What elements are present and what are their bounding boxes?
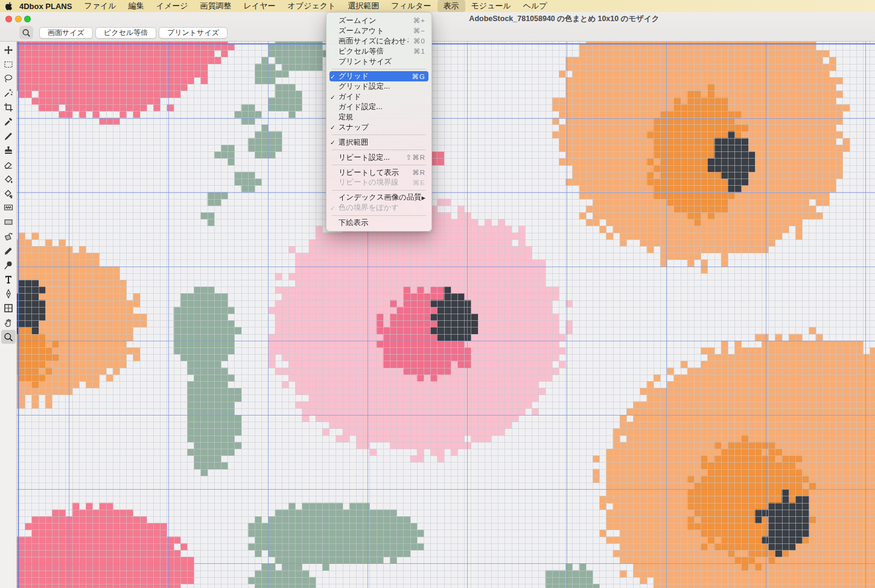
tool-marquee[interactable] (1, 57, 16, 71)
menubar-item-選択範囲[interactable]: 選択範囲 (342, 0, 385, 12)
tool-pen[interactable] (1, 287, 16, 301)
tool-transform[interactable] (1, 230, 16, 244)
menu-item-画面サイズに合わせる[interactable]: 画面サイズに合わせる⌘0 (329, 36, 428, 46)
toolbar-button-ピクセル等倍[interactable]: ピクセル等倍 (95, 27, 156, 39)
menubar-item-イメージ[interactable]: イメージ (150, 0, 194, 12)
sweep-icon (4, 246, 13, 256)
menubar-item-ファイル[interactable]: ファイル (78, 0, 122, 12)
crop-icon (4, 103, 13, 112)
checkmark-icon: ✓ (330, 139, 339, 146)
tool-wave[interactable] (1, 201, 16, 215)
pen-icon (4, 289, 13, 299)
eyedropper-icon (4, 117, 13, 127)
tool-magic-wand[interactable] (1, 86, 16, 100)
menu-item-ガイド設定[interactable]: ガイド設定... (329, 102, 428, 112)
menu-item-shortcut: ⌘R (407, 168, 425, 177)
menu-separator (332, 190, 426, 191)
tool-lasso[interactable] (1, 72, 16, 86)
tool-stamp[interactable] (1, 144, 16, 157)
traffic-lights (5, 16, 31, 22)
menu-separator (332, 69, 426, 69)
toolbar-button-画面サイズ[interactable]: 画面サイズ (39, 27, 93, 39)
menu-item-ズームイン[interactable]: ズームイン⌘+ (329, 16, 428, 26)
menu-item-label: スナップ (339, 122, 369, 133)
window-chrome: AdobeStock_781058940 の色まとめ 10x10 のモザイク 画… (0, 12, 875, 42)
menu-item-グリッド[interactable]: ✓グリッド⌘G (329, 71, 428, 81)
window-title: AdobeStock_781058940 の色まとめ 10x10 のモザイク (469, 14, 659, 24)
menu-item-ガイド[interactable]: ✓ガイド (329, 92, 428, 102)
menu-separator (332, 150, 426, 150)
menu-item-リピート設定[interactable]: リピート設定...⇧⌘R (329, 153, 428, 163)
pixel-art-canvas[interactable] (17, 41, 875, 588)
tool-hand[interactable] (1, 315, 16, 329)
tool-fill-bucket[interactable] (1, 172, 16, 186)
tool-sweep[interactable] (1, 244, 16, 258)
menu-item-shortcut: ⌘0 (409, 37, 425, 45)
lasso-icon (4, 74, 13, 83)
menu-item-インデックス画像の品質[interactable]: インデックス画像の品質▶ (329, 192, 428, 203)
menu-item-選択範囲[interactable]: ✓選択範囲 (329, 138, 428, 148)
menu-item-label: 色の境界をぼかす (339, 203, 399, 213)
tool-zoom[interactable] (1, 330, 16, 344)
menu-item-リピートして表示[interactable]: リピートして表示⌘R (329, 168, 428, 178)
menubar-item-表示[interactable]: 表示 (438, 0, 465, 12)
menu-item-色の境界をぼかす: ✓色の境界をぼかす (329, 203, 428, 213)
menubar-item-ヘルプ[interactable]: ヘルプ (517, 0, 553, 12)
menu-separator (332, 165, 426, 165)
mosaic-grid-icon (4, 303, 13, 313)
tool-move[interactable] (1, 43, 16, 57)
tool-crop[interactable] (1, 101, 16, 115)
menu-item-グリッド設定[interactable]: グリッド設定... (329, 81, 428, 92)
menu-item-ピクセル等倍[interactable]: ピクセル等倍⌘1 (329, 46, 428, 57)
menu-item-shortcut: ⌘+ (409, 16, 425, 25)
apple-menu[interactable] (0, 2, 18, 10)
menu-item-スナップ[interactable]: ✓スナップ (329, 122, 428, 133)
zoom-toggle-button[interactable] (19, 26, 33, 39)
tool-text[interactable] (1, 273, 16, 286)
sampler-pin-icon (4, 261, 13, 270)
tool-sampler-pin[interactable] (1, 258, 16, 272)
menu-item-label: リピートして表示 (339, 168, 399, 178)
menubar-item-画質調整[interactable]: 画質調整 (194, 0, 238, 12)
tool-eraser[interactable] (1, 158, 16, 172)
menu-item-label: 定規 (339, 112, 354, 122)
zoom-window-button[interactable] (24, 16, 31, 22)
menubar-item-レイヤー[interactable]: レイヤー (238, 0, 282, 12)
text-icon (4, 274, 13, 284)
checkmark-icon: ✓ (330, 73, 339, 80)
menubar-items: ファイル編集イメージ画質調整レイヤーオブジェクト選択範囲フィルター表示モジュール… (78, 0, 553, 12)
menu-item-label: インデックス画像の品質 (339, 192, 421, 203)
menubar-item-フィルター[interactable]: フィルター (385, 0, 437, 12)
menu-item-下絵表示[interactable]: 下絵表示 (329, 218, 428, 228)
menu-item-label: グリッド設定... (339, 81, 390, 92)
menu-item-label: グリッド (339, 71, 369, 81)
tool-pattern-bucket[interactable] (1, 186, 16, 200)
menu-item-定規[interactable]: 定規 (329, 112, 428, 122)
menubar-item-編集[interactable]: 編集 (122, 0, 150, 12)
close-button[interactable] (5, 16, 12, 22)
submenu-arrow-icon: ▶ (421, 195, 425, 201)
menu-item-label: 画面サイズに合わせる (339, 36, 409, 46)
toolbar-button-プリントサイズ[interactable]: プリントサイズ (159, 27, 228, 39)
tool-rectangle[interactable] (1, 215, 16, 229)
tool-palette (0, 41, 17, 588)
app-menu[interactable]: 4Dbox PLANS (18, 0, 78, 12)
menu-item-プリントサイズ[interactable]: プリントサイズ (329, 57, 428, 67)
pattern-bucket-icon (4, 189, 13, 198)
view-menu-dropdown: ズームイン⌘+ズームアウト⌘−画面サイズに合わせる⌘0ピクセル等倍⌘1プリントサ… (326, 12, 432, 232)
menu-item-shortcut: ⌘E (408, 179, 425, 187)
screen: 4Dbox PLANS ファイル編集イメージ画質調整レイヤーオブジェクト選択範囲… (0, 0, 875, 588)
menu-item-ズームアウト[interactable]: ズームアウト⌘− (329, 26, 428, 36)
tool-eyedropper[interactable] (1, 115, 16, 128)
menubar: 4Dbox PLANS ファイル編集イメージ画質調整レイヤーオブジェクト選択範囲… (0, 0, 875, 12)
tool-brush[interactable] (1, 129, 16, 143)
menu-item-label: ガイド (339, 92, 361, 102)
tool-mosaic-grid[interactable] (1, 301, 16, 315)
rectangle-icon (4, 217, 13, 227)
menubar-item-モジュール[interactable]: モジュール (465, 0, 517, 12)
view-size-buttons: 画面サイズピクセル等倍プリントサイズ (39, 27, 228, 39)
menu-item-label: リピート設定... (339, 153, 390, 163)
menubar-item-オブジェクト[interactable]: オブジェクト (281, 0, 342, 12)
minimize-button[interactable] (15, 16, 22, 22)
menu-item-shortcut: ⌘G (407, 72, 425, 81)
